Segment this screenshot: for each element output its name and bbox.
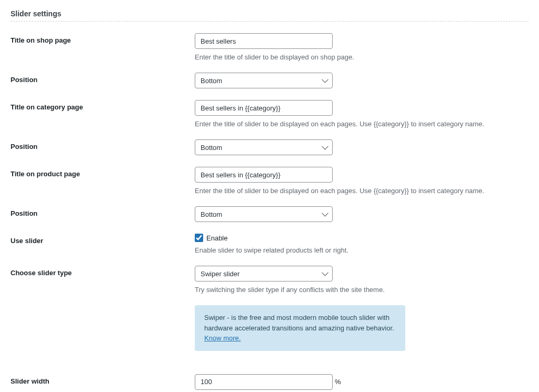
row-title-category: Title on category page Enter the title o… <box>11 100 528 128</box>
row-title-shop: Title on shop page Enter the title of sl… <box>11 33 528 61</box>
row-title-product: Title on product page Enter the title of… <box>11 167 528 195</box>
label-slider-width: Slider width <box>11 374 195 385</box>
desc-title-product: Enter the title of slider to be displaye… <box>195 187 528 195</box>
input-slider-width[interactable] <box>195 374 333 390</box>
row-use-slider: Use slider Enable Enable slider to swipe… <box>11 234 528 254</box>
input-title-product[interactable] <box>195 167 333 183</box>
label-title-product: Title on product page <box>11 167 195 178</box>
info-box-swiper: Swiper - is the free and most modern mob… <box>195 305 405 351</box>
row-slider-width: Slider width % Alter the width of the re… <box>11 374 528 393</box>
info-box-link[interactable]: Know more. <box>204 334 241 342</box>
input-title-shop[interactable] <box>195 33 333 49</box>
desc-title-shop: Enter the title of slider to be displaye… <box>195 53 528 61</box>
row-slider-type: Choose slider type Swiper slider Try swi… <box>11 266 528 294</box>
label-title-shop: Title on shop page <box>11 33 195 44</box>
desc-title-category: Enter the title of slider to be displaye… <box>195 120 528 128</box>
select-slider-type[interactable]: Swiper slider <box>195 266 333 282</box>
label-use-slider: Use slider <box>11 234 195 245</box>
row-info-box: Swiper - is the free and most modern mob… <box>11 305 528 363</box>
select-position-category[interactable]: Bottom <box>195 139 333 155</box>
section-title: Slider settings <box>11 9 528 18</box>
select-position-product[interactable]: Bottom <box>195 206 333 222</box>
row-position-shop: Position Bottom <box>11 73 528 88</box>
label-slider-type: Choose slider type <box>11 266 195 277</box>
label-position-category: Position <box>11 139 195 150</box>
row-position-product: Position Bottom <box>11 206 528 222</box>
desc-slider-type: Try switching the slider type if any con… <box>195 286 528 294</box>
select-position-shop[interactable]: Bottom <box>195 73 333 88</box>
section-divider <box>11 21 528 22</box>
checkbox-label-use-slider: Enable <box>206 234 227 242</box>
checkbox-use-slider[interactable] <box>195 234 203 242</box>
desc-use-slider: Enable slider to swipe related products … <box>195 246 528 254</box>
label-title-category: Title on category page <box>11 100 195 111</box>
label-position-shop: Position <box>11 73 195 84</box>
row-position-category: Position Bottom <box>11 139 528 155</box>
info-box-text: Swiper - is the free and most modern mob… <box>204 314 394 332</box>
slider-width-unit: % <box>335 378 341 386</box>
label-position-product: Position <box>11 206 195 217</box>
input-title-category[interactable] <box>195 100 333 116</box>
